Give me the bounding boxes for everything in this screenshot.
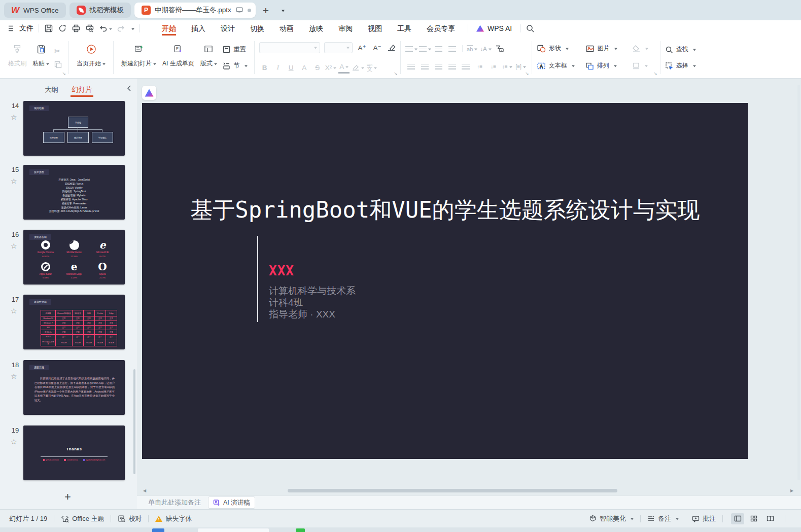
smart-typeset-button[interactable]: [494, 44, 506, 54]
group-expand-icon[interactable]: ↘: [653, 71, 657, 76]
favorite-star-icon[interactable]: ☆: [11, 242, 17, 250]
slide-thumbnail-14[interactable]: 项目结构学生端选择课题确认选题毕设确认: [23, 101, 125, 156]
new-slide-icon: [134, 43, 144, 55]
export-icon[interactable]: [58, 24, 67, 33]
reset-icon: [222, 45, 231, 54]
taskbar-app-icon[interactable]: [296, 528, 305, 532]
picture-button[interactable]: 图片: [585, 43, 632, 55]
tab-docer-label: 找稻壳模板: [90, 6, 124, 15]
tech-list-line: 渐进式Web应用: Lavas: [23, 206, 125, 210]
select-button[interactable]: 选择: [665, 60, 696, 72]
ai-script-button[interactable]: AI 演讲稿: [208, 496, 255, 509]
save-icon[interactable]: [44, 24, 53, 33]
search-icon[interactable]: [526, 24, 535, 33]
notes-placeholder[interactable]: 单击此处添加备注: [148, 498, 201, 507]
undo-button[interactable]: [99, 24, 112, 32]
favorite-star-icon[interactable]: ☆: [11, 307, 17, 315]
file-menu[interactable]: 文件: [8, 24, 33, 33]
proofread-button[interactable]: 校对: [118, 514, 142, 523]
slide-author-text[interactable]: XXX: [269, 263, 294, 278]
slide-canvas[interactable]: 基于SpringBoot和VUE的学生选题系统设计与实现 XXX 计算机科学与技…: [142, 103, 748, 459]
favorite-star-icon[interactable]: ☆: [11, 372, 17, 380]
paste-button[interactable]: 粘贴: [29, 39, 52, 76]
slide-sorter-view-button[interactable]: [747, 513, 760, 524]
menu-tools[interactable]: 工具: [397, 21, 411, 36]
thanks-divider: [41, 456, 108, 457]
increase-font-button[interactable]: A⁺: [357, 43, 368, 53]
group-expand-icon[interactable]: ↘: [525, 71, 529, 76]
group-expand-icon[interactable]: ↘: [62, 71, 66, 76]
sidebar-scrollbar[interactable]: [133, 369, 135, 474]
menu-design[interactable]: 设计: [221, 21, 235, 36]
wps-ai-floating-button[interactable]: [142, 86, 156, 100]
slide-number: 18: [9, 361, 21, 369]
more-quick-actions-chevron[interactable]: [131, 28, 134, 31]
tab-docer-templates[interactable]: 找稻壳模板: [69, 3, 131, 18]
clear-format-icon[interactable]: [387, 44, 396, 51]
tab-list-chevron[interactable]: [276, 4, 289, 17]
print-preview-icon[interactable]: [85, 24, 94, 33]
add-slide-button[interactable]: +: [64, 490, 71, 504]
wps-ai-button[interactable]: WPS AI: [476, 24, 512, 32]
scroll-right-arrow[interactable]: ▶: [788, 488, 795, 493]
favorite-star-icon[interactable]: ☆: [11, 113, 17, 121]
favorite-star-icon[interactable]: ☆: [11, 177, 17, 185]
menu-home[interactable]: 开始: [162, 21, 176, 36]
vertical-scrollbar[interactable]: [797, 85, 800, 480]
tab-wps-office[interactable]: W WPS Office: [4, 3, 66, 18]
theme-button[interactable]: Office 主题: [61, 514, 104, 523]
sync-monitor-icon[interactable]: [235, 6, 243, 14]
print-icon[interactable]: [72, 24, 81, 33]
scroll-left-arrow[interactable]: ◀: [141, 488, 148, 493]
tab-outline[interactable]: 大纲: [44, 82, 59, 97]
find-button[interactable]: 查找: [665, 44, 696, 56]
decrease-font-button[interactable]: A⁻: [372, 43, 383, 53]
smart-beautify-button[interactable]: 智能美化: [589, 514, 634, 523]
missing-font-warning[interactable]: 缺失字体: [155, 514, 192, 523]
redo-button: [117, 24, 125, 32]
taskbar-app-icon[interactable]: [152, 528, 164, 532]
bold-button: B: [259, 62, 270, 73]
group-expand-icon[interactable]: ↘: [394, 71, 398, 76]
thumb-title-chip: 项目结构: [29, 105, 49, 111]
slide-thumbnail-19[interactable]: Thanksgithub.com/xxxxxxxx@wechatpy060700…: [23, 425, 125, 480]
menu-review[interactable]: 审阅: [338, 21, 353, 36]
favorite-star-icon[interactable]: ☆: [11, 438, 17, 446]
menu-insert[interactable]: 插入: [191, 21, 205, 36]
shapes-button[interactable]: 形状: [537, 43, 585, 55]
scrollbar-thumb[interactable]: [288, 489, 617, 492]
slide-thumbnail-18[interactable]: 进度汇报目前项目已经完成了全部后端代码以及在线版的前端代码，并已经部署到云服务器…: [23, 360, 125, 415]
collapse-panel-icon[interactable]: [126, 85, 132, 92]
arrange-button[interactable]: 排列: [585, 60, 632, 72]
taskbar-app-tile[interactable]: [198, 528, 269, 532]
section-button[interactable]: 节: [222, 60, 248, 72]
comments-button[interactable]: 批注: [692, 514, 716, 523]
textbox-button[interactable]: A 文本框: [537, 60, 585, 72]
tab-slides[interactable]: 幻灯片: [71, 82, 93, 97]
slide-thumbnail-16[interactable]: 浏览器份额Google Chrome64.02%Mozilla Firefox1…: [23, 230, 125, 285]
menu-transition[interactable]: 切换: [250, 21, 264, 36]
reading-view-button[interactable]: [763, 513, 777, 524]
reset-button[interactable]: 重置: [222, 44, 248, 56]
slide-thumbnail-15[interactable]: 技术选型开发语言: Java、JavaScript前端框架: Vue.js前端U…: [23, 165, 125, 220]
slide-advisor-text[interactable]: 指导老师 · XXX: [269, 308, 335, 321]
menu-slideshow[interactable]: 放映: [309, 21, 323, 36]
menu-member[interactable]: 会员专享: [427, 21, 455, 36]
horizontal-scrollbar[interactable]: ◀ ▶: [141, 487, 795, 493]
notes-button[interactable]: 备注: [647, 514, 679, 523]
slide-title-text[interactable]: 基于SpringBoot和VUE的学生选题系统设计与实现: [142, 195, 748, 225]
layout-button[interactable]: 版式: [197, 39, 220, 76]
play-from-current-button[interactable]: 当页开始: [74, 39, 109, 76]
new-tab-button[interactable]: +: [259, 4, 272, 17]
menu-animation[interactable]: 动画: [280, 21, 294, 36]
org-root-box: 学生端: [68, 117, 88, 128]
tab-current-document[interactable]: P 中期答辩——牟玉冬.pptx: [134, 3, 256, 18]
new-slide-button[interactable]: 新建幻灯片: [118, 39, 159, 76]
docer-icon: [77, 6, 86, 15]
ai-generate-page-button[interactable]: P AI 生成单页: [159, 39, 197, 76]
normal-view-button[interactable]: [731, 513, 744, 524]
slide-thumbnail-17[interactable]: 兼容性测试浏览器Chrome/360极速360兼容IE11FirefoxEdge…: [23, 295, 125, 349]
menu-view[interactable]: 视图: [368, 21, 382, 36]
tech-list-line: 后端框架: SpringBoot: [23, 190, 125, 194]
slides-group: 新建幻灯片 P AI 生成单页 版式 重置 节: [118, 39, 250, 76]
